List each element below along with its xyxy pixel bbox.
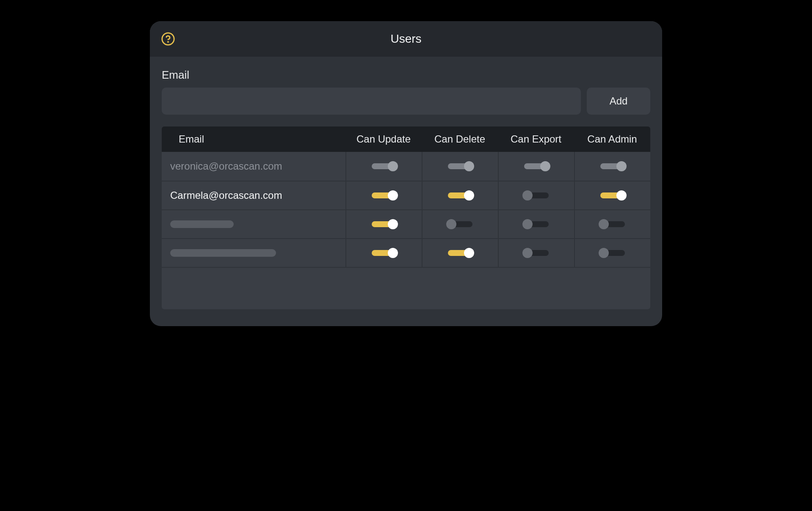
panel-header: Users [150,21,662,57]
toggle-cell [345,152,422,181]
table-footer [162,267,650,309]
toggle-cell [498,239,574,267]
toggle-can-export[interactable] [522,248,550,258]
toggle-cell [345,210,422,238]
toggle-can-export[interactable] [522,190,550,201]
toggle-can-admin[interactable] [599,219,627,229]
toggle-can-admin [599,161,627,171]
col-can-export: Can Export [498,126,574,152]
toggle-can-delete[interactable] [446,190,474,201]
toggle-cell [422,181,498,209]
toggle-can-export [522,161,550,171]
toggle-cell [574,181,650,209]
svg-point-1 [168,41,168,42]
toggle-can-update[interactable] [370,190,398,201]
panel-title: Users [390,32,421,46]
users-panel: Users Email Add Email Can Update Can Del… [150,21,662,326]
email-placeholder [170,249,276,257]
toggle-can-update [370,161,398,171]
email-placeholder [170,220,234,228]
toggle-can-delete[interactable] [446,219,474,229]
panel-body: Email Add Email Can Update Can Delete Ca… [150,57,662,326]
add-user-button[interactable]: Add [587,88,650,115]
toggle-cell [498,181,574,209]
email-text: Carmela@orcascan.com [170,190,282,201]
toggle-can-export[interactable] [522,219,550,229]
help-icon[interactable] [161,32,175,46]
col-can-delete: Can Delete [422,126,498,152]
toggle-cell [574,210,650,238]
toggle-cell [422,210,498,238]
toggle-cell [498,152,574,181]
table-row [162,209,650,238]
toggle-cell [498,210,574,238]
email-input[interactable] [162,88,581,115]
email-text: veronica@orcascan.com [170,160,282,172]
toggle-can-update[interactable] [370,219,398,229]
toggle-can-admin[interactable] [599,248,627,258]
table-header-row: Email Can Update Can Delete Can Export C… [162,126,650,152]
col-can-update: Can Update [345,126,422,152]
email-cell [162,210,345,238]
email-input-row: Add [162,88,650,115]
toggle-can-delete [446,161,474,171]
toggle-can-update[interactable] [370,248,398,258]
toggle-can-delete[interactable] [446,248,474,258]
users-table: Email Can Update Can Delete Can Export C… [162,126,650,309]
table-row [162,238,650,267]
col-email: Email [162,126,345,152]
toggle-cell [422,152,498,181]
toggle-cell [422,239,498,267]
table-row: veronica@orcascan.com [162,152,650,181]
toggle-cell [345,239,422,267]
table-body: veronica@orcascan.comCarmela@orcascan.co… [162,152,650,267]
table-row: Carmela@orcascan.com [162,181,650,209]
toggle-cell [574,239,650,267]
col-can-admin: Can Admin [574,126,650,152]
email-cell: Carmela@orcascan.com [162,181,345,209]
toggle-cell [574,152,650,181]
toggle-can-admin[interactable] [599,190,627,201]
toggle-cell [345,181,422,209]
email-cell [162,239,345,267]
email-cell: veronica@orcascan.com [162,152,345,181]
email-label: Email [162,69,650,82]
